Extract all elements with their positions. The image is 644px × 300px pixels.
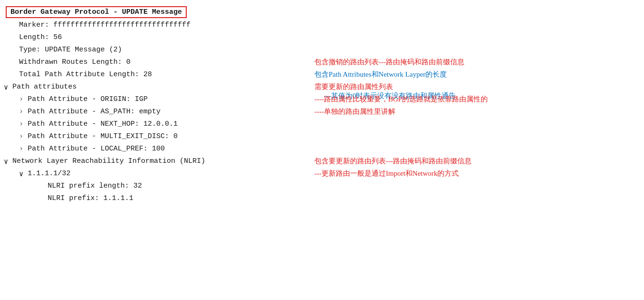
next-hop-arrow[interactable]: › xyxy=(19,120,28,128)
next-hop-text: Path Attribute - NEXT_HOP: 12.0.0.1 xyxy=(28,120,178,128)
withdrawn-routes-line: Withdrawn Routes Length: 0 包含撤销的路由列表---路… xyxy=(0,58,644,70)
nlri-text: Network Layer Reachability Information (… xyxy=(12,157,205,165)
type-line: Type: UPDATE Message (2) xyxy=(0,45,644,58)
prefix-line: ∨ 1.1.1.1/32 ---更新路由一般是通过Import和Network的… xyxy=(0,169,644,181)
local-pref-arrow[interactable]: › xyxy=(19,145,28,153)
main-container: Border Gateway Protocol - UPDATE Message… xyxy=(0,4,644,208)
next-hop-line: › Path Attribute - NEXT_HOP: 12.0.0.1 xyxy=(0,120,644,132)
nlri-line: ∨ Network Layer Reachability Information… xyxy=(0,157,644,169)
as-path-text: Path Attribute - AS_PATH: empty xyxy=(28,108,161,116)
total-path-text: Total Path Attribute Length: 28 xyxy=(19,70,152,79)
multi-exit-arrow[interactable]: › xyxy=(19,132,28,140)
path-attributes-label: Path attributes xyxy=(12,83,77,91)
total-path-line: Total Path Attribute Length: 28 包含Path A… xyxy=(0,70,644,82)
multi-exit-line: › Path Attribute - MULTI_EXIT_DISC: 0 xyxy=(0,132,644,144)
nlri-prefix-line: NLRI prefix: 1.1.1.1 xyxy=(0,194,644,206)
prefix-text: 1.1.1.1/32 xyxy=(28,170,70,178)
length-line: Length: 56 xyxy=(0,33,644,45)
type-text: Type: UPDATE Message (2) xyxy=(19,46,122,54)
origin-line: › Path Attribute - ORIGIN: IGP ----路由属性比… xyxy=(0,95,644,107)
withdrawn-routes-text: Withdrawn Routes Length: 0 xyxy=(19,58,131,66)
withdrawn-routes-annotation: 包含撤销的路由列表---路由掩码和路由前缀信息 xyxy=(314,58,464,67)
local-pref-line: › Path Attribute - LOCAL_PREF: 100 xyxy=(0,144,644,157)
multi-exit-text: Path Attribute - MULTI_EXIT_DISC: 0 xyxy=(28,132,178,140)
nlri-toggle[interactable]: ∨ xyxy=(4,157,12,166)
marker-line: Marker: ffffffffffffffffffffffffffffffff xyxy=(0,20,644,33)
prefix-toggle[interactable]: ∨ xyxy=(19,170,28,179)
header-box: Border Gateway Protocol - UPDATE Message xyxy=(6,6,187,18)
local-pref-text: Path Attribute - LOCAL_PREF: 100 xyxy=(28,145,165,153)
path-attributes-line: ∨ Path attributes 需要更新的路由属性列表---其值为0时表示没… xyxy=(0,82,644,95)
header-title: Border Gateway Protocol - UPDATE Message xyxy=(10,8,182,16)
origin-text: Path Attribute - ORIGIN: IGP xyxy=(28,95,148,103)
as-path-arrow[interactable]: › xyxy=(19,108,28,116)
header-line: Border Gateway Protocol - UPDATE Message xyxy=(0,6,644,20)
total-path-annotation: 包含Path Attributes和Network Layper的长度 xyxy=(314,70,447,79)
fields-section: Marker: ffffffffffffffffffffffffffffffff… xyxy=(0,20,644,206)
as-path-line: › Path Attribute - AS_PATH: empty ----单独… xyxy=(0,107,644,120)
origin-arrow[interactable]: › xyxy=(19,95,28,103)
path-attr-section-note: 需要更新的路由属性列表 xyxy=(314,82,393,91)
origin-annotation: ----路由属性比较重要，BGP的选路就是依靠路由属性的 xyxy=(314,95,488,104)
nlri-prefix-length-line: NLRI prefix length: 32 xyxy=(0,181,644,194)
nlri-prefix-text: NLRI prefix: 1.1.1.1 xyxy=(48,194,133,202)
path-attributes-toggle[interactable]: ∨ xyxy=(4,83,12,92)
as-path-annotation: ----单独的路由属性里讲解 xyxy=(314,107,395,116)
nlri-prefix-length-text: NLRI prefix length: 32 xyxy=(48,182,142,190)
length-text: Length: 56 xyxy=(19,33,62,41)
nlri-annotation: 包含要更新的路由列表---路由掩码和路由前缀信息 xyxy=(314,157,472,166)
marker-text: Marker: ffffffffffffffffffffffffffffffff xyxy=(19,21,191,29)
prefix-annotation: ---更新路由一般是通过Import和Network的方式 xyxy=(314,169,459,178)
